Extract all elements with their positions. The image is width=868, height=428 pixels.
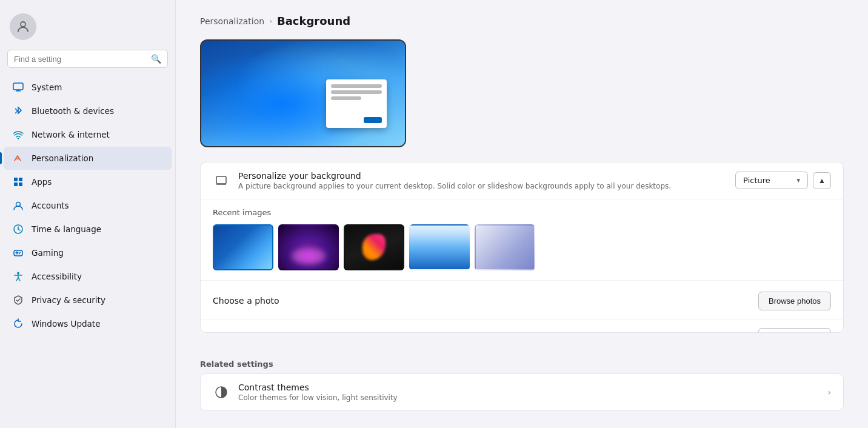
svg-point-17 (19, 252, 21, 253)
sidebar-item-apps[interactable]: Apps (4, 170, 172, 193)
apps-icon (12, 176, 24, 188)
contrast-chevron-right: › (827, 387, 831, 397)
breadcrumb: Personalization › Background (200, 15, 844, 27)
personalize-background-title: Personalize your background (238, 171, 735, 181)
sidebar-item-accessibility[interactable]: Accessibility (4, 265, 172, 288)
sidebar-item-update[interactable]: Windows Update (4, 312, 172, 335)
sidebar-item-privacy[interactable]: Privacy & security (4, 289, 172, 312)
thumbnail-5[interactable] (475, 224, 535, 270)
background-type-value: Picture (743, 176, 770, 185)
personalize-background-text: Personalize your background A picture ba… (238, 171, 735, 190)
sidebar-label-system: System (32, 82, 62, 92)
personalize-background-row: Personalize your background A picture ba… (201, 162, 843, 199)
win-button (364, 117, 382, 123)
svg-rect-7 (19, 178, 22, 181)
svg-point-0 (21, 22, 25, 27)
contrast-themes-desc: Color themes for low vision, light sensi… (238, 393, 827, 402)
svg-line-13 (18, 229, 20, 230)
sidebar-item-system[interactable]: System (4, 76, 172, 99)
gaming-icon (12, 247, 24, 259)
personalize-background-desc: A picture background applies to your cur… (238, 182, 735, 190)
related-settings-header: Related settings (200, 359, 844, 369)
sidebar-label-network: Network & internet (32, 130, 110, 139)
contrast-themes-title: Contrast themes (238, 383, 827, 392)
sidebar-label-time: Time & language (32, 224, 101, 234)
win-line-3 (331, 96, 361, 100)
background-icon (213, 172, 230, 189)
sidebar-label-update: Windows Update (32, 319, 100, 329)
svg-point-4 (18, 138, 19, 139)
choose-photo-text: Choose a photo (213, 296, 758, 306)
personalize-background-card: Personalize your background A picture ba… (200, 162, 844, 333)
background-type-dropdown[interactable]: Picture ▾ (735, 172, 808, 189)
accessibility-icon (12, 270, 24, 283)
breadcrumb-parent: Personalization (200, 16, 264, 26)
search-input[interactable] (14, 55, 146, 64)
related-settings-section: Related settings Contrast themes Color t… (200, 347, 844, 413)
personalize-background-action: Picture ▾ ▲ (735, 172, 831, 189)
monitor-bg (201, 41, 405, 146)
svg-line-22 (16, 278, 18, 281)
win-line-1 (331, 84, 382, 88)
thumbnail-4[interactable] (409, 224, 470, 270)
svg-point-18 (19, 253, 20, 255)
avatar[interactable] (10, 13, 36, 40)
update-icon (12, 318, 24, 330)
contrast-themes-text: Contrast themes Color themes for low vis… (238, 383, 827, 402)
personalization-icon (12, 152, 24, 164)
recent-images-header: Recent images (201, 199, 843, 222)
preview-window (326, 79, 387, 128)
contrast-themes-action: › (827, 387, 831, 397)
sidebar-item-bluetooth[interactable]: Bluetooth & devices (4, 99, 172, 122)
main-content: Personalization › Background (176, 0, 868, 428)
sidebar-label-accounts: Accounts (32, 201, 69, 210)
thumbnail-2[interactable] (278, 224, 339, 270)
win-line-2 (331, 90, 382, 94)
svg-rect-24 (216, 176, 226, 184)
search-box[interactable]: 🔍 (7, 50, 168, 68)
search-icon: 🔍 (151, 54, 161, 64)
sidebar-label-gaming: Gaming (32, 248, 64, 258)
network-icon (12, 129, 24, 141)
browse-photos-button[interactable]: Browse photos (758, 292, 831, 310)
sidebar-label-personalization: Personalization (32, 153, 93, 163)
choose-fit-label: Choose a fit for your desktop image (213, 332, 758, 333)
avatar-section (0, 8, 175, 50)
privacy-icon (12, 294, 24, 306)
choose-photo-action: Browse photos (758, 292, 831, 310)
bluetooth-icon (12, 105, 24, 117)
sidebar-item-gaming[interactable]: Gaming (4, 241, 172, 264)
time-icon (12, 223, 24, 235)
breadcrumb-current: Background (277, 15, 350, 27)
svg-rect-8 (14, 182, 18, 186)
thumbnail-3[interactable] (344, 224, 404, 270)
sidebar-item-accounts[interactable]: Accounts (4, 194, 172, 217)
thumbnail-1[interactable] (213, 224, 273, 270)
system-icon (12, 81, 24, 93)
breadcrumb-separator: › (269, 17, 272, 25)
sidebar: 🔍 SystemBluetooth & devicesNetwork & int… (0, 0, 176, 428)
contrast-themes-row[interactable]: Contrast themes Color themes for low vis… (201, 374, 843, 410)
choose-fit-text: Choose a fit for your desktop image (213, 332, 758, 333)
sidebar-item-personalization[interactable]: Personalization (4, 147, 172, 170)
desktop-fit-dropdown[interactable]: Fill ▾ (758, 328, 831, 333)
recent-images-grid (201, 222, 843, 280)
svg-rect-6 (14, 178, 18, 181)
monitor-preview (200, 39, 406, 147)
sidebar-item-time[interactable]: Time & language (4, 218, 172, 241)
recent-images-section: Recent images (201, 199, 843, 281)
accounts-icon (12, 199, 24, 212)
sidebar-label-bluetooth: Bluetooth & devices (32, 106, 114, 116)
svg-line-23 (18, 278, 20, 281)
background-expand-button[interactable]: ▲ (813, 172, 831, 189)
choose-fit-row: Choose a fit for your desktop image Fill… (201, 319, 843, 333)
sidebar-item-network[interactable]: Network & internet (4, 123, 172, 146)
sidebar-label-privacy: Privacy & security (32, 295, 105, 305)
background-dropdown-chevron: ▾ (797, 176, 801, 184)
desktop-fit-value: Fill (766, 332, 776, 333)
nav-list: SystemBluetooth & devicesNetwork & inter… (0, 75, 175, 336)
sidebar-label-apps: Apps (32, 177, 52, 187)
choose-fit-action: Fill ▾ (758, 328, 831, 333)
choose-photo-label: Choose a photo (213, 296, 758, 306)
related-settings-card: Contrast themes Color themes for low vis… (200, 373, 844, 411)
